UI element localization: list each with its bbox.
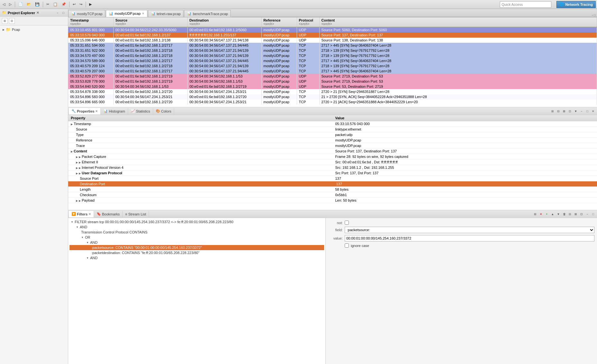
toolbar-open[interactable]: 📂 bbox=[25, 1, 33, 8]
tab-bookmarks[interactable]: 🔖 Bookmarks bbox=[94, 211, 123, 217]
tab-benchmark[interactable]: 📊 benchmarkTrace.pcap bbox=[184, 10, 231, 17]
prop-row[interactable]: ▶ContentSource Port: 137, Destination Po… bbox=[68, 149, 597, 154]
prop-row[interactable]: Checksum0x5bb1 bbox=[68, 192, 597, 198]
table-row[interactable]: 05:33:31.651 594 00000:e0:ed:01:6e:bd/19… bbox=[68, 43, 597, 48]
prop-icon-1[interactable]: ⊞ bbox=[550, 109, 555, 114]
filter-field-select[interactable]: :packetsource: bbox=[345, 227, 594, 233]
filter-icon-5[interactable]: 🗑 bbox=[562, 212, 567, 217]
col-srch-destination[interactable]: <srch> bbox=[190, 22, 259, 26]
table-row[interactable]: 05:33:15.096 646 00000:e0:ed:01:6e:bd/19… bbox=[68, 38, 597, 43]
table-row[interactable]: 05:33:10.455 801 00000:30:54:00:34:56/21… bbox=[68, 27, 597, 32]
filter-arrow[interactable]: ▼ bbox=[71, 221, 73, 223]
tab-mostlytcp[interactable]: 📊 mostlyTCP.pcap bbox=[68, 10, 105, 17]
network-tracing-btn[interactable]: 🌐 Network Tracing bbox=[556, 1, 596, 8]
tab-statistics[interactable]: 📈 Statistics bbox=[128, 108, 153, 114]
filter-tree-row[interactable]: :packetdestination: CONTAINS "fe:ff:20:0… bbox=[70, 250, 324, 255]
filter-minimize[interactable]: − bbox=[585, 212, 590, 217]
filter-icon-delete[interactable]: ✕ bbox=[538, 212, 544, 217]
prop-row[interactable]: ▶▶Internet Protocol Version 4Src: 192.16… bbox=[68, 165, 597, 170]
filter-icon-up[interactable]: ▲ bbox=[550, 212, 555, 217]
filter-icon-down[interactable]: ▼ bbox=[556, 212, 561, 217]
filter-arrow[interactable]: ▼ bbox=[86, 257, 89, 259]
filter-arrow[interactable]: ▼ bbox=[81, 236, 84, 239]
tab-close-mostlyudp[interactable]: ✕ bbox=[142, 12, 145, 15]
tab-telnet[interactable]: 📊 telnet-raw.pcap bbox=[148, 10, 184, 17]
toolbar-cut[interactable]: ✂ bbox=[45, 1, 51, 8]
prop-row[interactable]: ▶▶User Datagram ProtocolSrc Port: 137, D… bbox=[68, 170, 597, 176]
table-row[interactable]: 05:33:54.878 338 00000:e0:ed:01:6e:bd/19… bbox=[68, 89, 597, 94]
tab-mostlyudp[interactable]: 📊 mostlyUDP.pcap ✕ bbox=[106, 10, 147, 17]
filter-tree-row[interactable]: ▼FILTER stream tcp 00:00:01:00:00:00/145… bbox=[70, 219, 324, 224]
col-srch-content[interactable]: <srch> bbox=[322, 22, 595, 26]
tab-maximize-icon[interactable]: □ bbox=[594, 14, 596, 17]
prop-icon-4[interactable]: ⊡ bbox=[567, 109, 573, 114]
sidebar-minimize-btn[interactable]: − bbox=[55, 10, 60, 15]
prop-row[interactable]: ▶▶Packet CaptureFrame 28: 92 bytes on wi… bbox=[68, 154, 597, 159]
filter-tree-row[interactable]: Transmission Control Protocol CONTAINS bbox=[70, 230, 324, 235]
table-row[interactable]: 05:33:54.840 520 00000:30:54:00:34:56/19… bbox=[68, 84, 597, 89]
filter-icon-7[interactable]: ⊠ bbox=[573, 212, 578, 217]
sidebar-collapse-btn[interactable]: ⊞ bbox=[2, 18, 8, 24]
toolbar-back[interactable]: ◁ bbox=[1, 1, 6, 8]
prop-icon-5[interactable]: ▼ bbox=[573, 109, 578, 114]
filter-tree-row[interactable]: ▼AND bbox=[70, 255, 324, 260]
prop-row[interactable]: Sourcelinktype:ethernet bbox=[68, 127, 597, 132]
filter-tree-row[interactable]: ▼AND bbox=[70, 224, 324, 230]
prop-row[interactable]: Length58 bytes bbox=[68, 187, 597, 192]
filter-maximize[interactable]: □ bbox=[591, 212, 596, 217]
prop-row[interactable]: Typepacket:udp bbox=[68, 132, 597, 138]
tab-histogram[interactable]: 📊 Histogram bbox=[101, 108, 128, 114]
tab-filters[interactable]: 🔽 Filters ✕ bbox=[69, 211, 94, 217]
filter-arrow[interactable]: ▼ bbox=[76, 226, 79, 229]
prop-row[interactable]: Source Port137 bbox=[68, 176, 597, 181]
filter-arrow[interactable]: ▼ bbox=[86, 241, 89, 244]
table-row[interactable]: 05:33:10.576 043 00000:e0:ed:01:6e:bd/19… bbox=[68, 32, 597, 38]
filter-value-input[interactable] bbox=[345, 235, 594, 241]
tab-streamlist[interactable]: ≡ Stream List bbox=[123, 211, 149, 217]
table-row[interactable]: 05:33:34.570 589 00000:e0:ed:01:6e:bd/19… bbox=[68, 58, 597, 63]
filter-not-checkbox[interactable] bbox=[345, 221, 349, 225]
prop-row[interactable]: ▶▶PayloadLen: 50 bytes bbox=[68, 198, 597, 203]
col-srch-protocol[interactable]: <srch> bbox=[299, 22, 317, 26]
filter-icon-8[interactable]: ⊡ bbox=[579, 212, 584, 217]
tab-colors[interactable]: 🎨 Colors bbox=[153, 108, 174, 114]
table-row[interactable]: 05:33:40.579 207 00000:e0:ed:01:6e:bd/19… bbox=[68, 68, 597, 74]
sidebar-expand-btn[interactable]: ⊟ bbox=[9, 18, 15, 24]
sidebar-maximize-btn[interactable]: □ bbox=[61, 10, 66, 15]
filter-tree-row[interactable]: ▼AND bbox=[70, 240, 324, 245]
toolbar-forward[interactable]: ▷ bbox=[8, 1, 13, 8]
prop-icon-2[interactable]: ⊟ bbox=[556, 109, 561, 114]
toolbar-copy[interactable]: 📋 bbox=[52, 1, 59, 8]
tab-properties[interactable]: 🔧 Properties ✕ bbox=[69, 108, 101, 114]
table-row[interactable]: 05:33:54.896 665 00000:e0:ed:01:6e:bd/19… bbox=[68, 99, 597, 105]
filter-tree-row[interactable]: ▼OR bbox=[70, 235, 324, 240]
filter-icon-6[interactable]: ⊟ bbox=[567, 212, 573, 217]
col-srch-timestamp[interactable]: <srch> bbox=[70, 22, 111, 26]
prop-row[interactable]: ▶Timestamp05:33:10.576 043 000 bbox=[68, 121, 597, 127]
sidebar-item-pcap[interactable]: ▶ 📁 Pcap bbox=[1, 27, 67, 32]
toolbar-run[interactable]: ▶ bbox=[88, 1, 93, 8]
table-row[interactable]: 05:33:31.651 922 00000:e0:ed:01:6e:bd/19… bbox=[68, 48, 597, 53]
toolbar-undo[interactable]: ↩ bbox=[71, 1, 77, 8]
tab-minimize-icon[interactable]: − bbox=[592, 14, 593, 17]
col-srch-reference[interactable]: <srch> bbox=[264, 22, 295, 26]
prop-icon-3[interactable]: ⊠ bbox=[562, 109, 567, 114]
toolbar-redo[interactable]: ↪ bbox=[78, 1, 84, 8]
table-row[interactable]: 05:33:54.896 583 00000:30:54:00:34:56/14… bbox=[68, 94, 597, 99]
col-srch-source[interactable]: <srch> bbox=[116, 22, 185, 26]
table-row[interactable]: 05:33:40.579 209 12400:e0:ed:01:6e:bd/19… bbox=[68, 63, 597, 68]
sidebar-close-icon[interactable]: ✕ bbox=[36, 11, 39, 14]
table-row[interactable]: 05:33:52.829 277 00000:e0:ed:01:6e:bd/19… bbox=[68, 74, 597, 79]
toolbar-save[interactable]: 💾 bbox=[34, 1, 41, 8]
prop-row[interactable]: ReferencemostlyUDP.pcap bbox=[68, 138, 597, 143]
tab-properties-close[interactable]: ✕ bbox=[95, 110, 98, 113]
packet-table-container[interactable]: Timestamp <srch> Source <srch> Destinati… bbox=[68, 17, 597, 107]
table-row[interactable]: 05:33:53.828 778 00000:e0:ed:01:6e:bd/19… bbox=[68, 79, 597, 84]
tab-filters-close[interactable]: ✕ bbox=[89, 213, 91, 216]
prop-row[interactable]: ▶▶Ethernet IISrc: 00:e0:ed:01:6e:bd , Ds… bbox=[68, 159, 597, 165]
filter-icon-table[interactable]: ⊞ bbox=[533, 212, 538, 217]
prop-close[interactable]: ✕ bbox=[591, 109, 596, 114]
toolbar-paste[interactable]: 📌 bbox=[60, 1, 67, 8]
prop-minimize[interactable]: − bbox=[579, 109, 584, 114]
prop-row[interactable]: Destination Port137 bbox=[68, 181, 597, 187]
